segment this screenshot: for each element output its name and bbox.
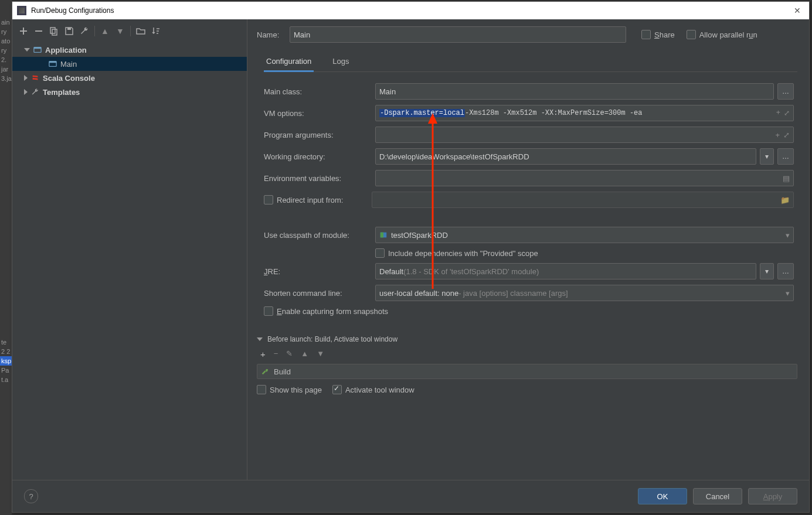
- classpath-label: Use classpath of module:: [264, 231, 375, 240]
- application-icon: [49, 60, 57, 68]
- expand-icon[interactable]: ⤢: [783, 131, 790, 139]
- redirect-input-field: 📁: [372, 192, 794, 208]
- dropdown-button[interactable]: ▾: [760, 148, 774, 165]
- show-this-page-checkbox[interactable]: Show this page: [257, 385, 322, 394]
- add-icon[interactable]: +: [776, 109, 780, 117]
- main-class-label: Main class:: [264, 87, 375, 96]
- svg-rect-11: [380, 233, 383, 238]
- browse-button[interactable]: …: [777, 148, 794, 165]
- tree-label: Templates: [43, 88, 80, 97]
- expand-icon[interactable]: ⤢: [784, 109, 790, 118]
- chevron-right-icon: [24, 75, 28, 81]
- build-label: Build: [274, 367, 291, 376]
- chevron-down-icon: [24, 48, 30, 52]
- before-launch-section: Before launch: Build, Activate tool wind…: [257, 335, 797, 398]
- svg-rect-2: [35, 30, 42, 32]
- remove-icon: −: [274, 349, 278, 359]
- program-args-input[interactable]: +⤢: [375, 127, 794, 143]
- tree-node-application[interactable]: Application: [12, 43, 247, 57]
- wrench-icon: [31, 88, 39, 96]
- tree-label: Application: [45, 46, 87, 54]
- enable-capture-checkbox[interactable]: Enable capturing form snapshots: [264, 306, 388, 316]
- dialog-footer: ? OK Cancel Apply: [12, 480, 809, 512]
- app-icon: [17, 6, 26, 15]
- list-icon[interactable]: ▤: [783, 174, 790, 183]
- tabs: Configuration Logs: [264, 53, 797, 72]
- copy-icon[interactable]: [49, 26, 59, 36]
- cancel-button[interactable]: Cancel: [693, 488, 742, 504]
- working-dir-label: Working directory:: [264, 152, 375, 161]
- tree-label: Main: [60, 60, 77, 69]
- before-launch-item-build[interactable]: Build: [257, 364, 797, 379]
- chevron-down-icon[interactable]: [257, 337, 263, 341]
- shorten-select[interactable]: user-local default: none - java [options…: [375, 285, 794, 301]
- move-down-icon: ▼: [317, 349, 324, 359]
- env-vars-label: Environment variables:: [264, 174, 375, 183]
- svg-rect-4: [52, 29, 57, 35]
- right-panel: Name: Main Share Allow parallel run Conf…: [247, 19, 809, 480]
- tree-toolbar: ▲ ▼: [12, 19, 247, 43]
- jre-label: JRE:: [264, 267, 375, 276]
- shorten-label: Shorten command line:: [264, 289, 375, 298]
- move-down-icon[interactable]: ▼: [115, 26, 125, 36]
- activate-tool-window-checkbox[interactable]: Activate tool window: [332, 385, 415, 394]
- svg-rect-3: [50, 28, 55, 33]
- ok-button[interactable]: OK: [638, 488, 687, 504]
- program-args-label: Program arguments:: [264, 131, 375, 139]
- svg-rect-9: [49, 62, 56, 63]
- scala-icon: [31, 74, 39, 82]
- tree-node-main[interactable]: Main: [12, 57, 247, 71]
- apply-button[interactable]: Apply: [748, 488, 797, 504]
- include-provided-checkbox[interactable]: Include dependencies with "Provided" sco…: [375, 248, 538, 258]
- tab-logs[interactable]: Logs: [330, 53, 351, 71]
- window-title: Run/Debug Configurations: [31, 6, 790, 15]
- module-icon: [379, 231, 388, 239]
- edit-icon: ✎: [286, 349, 293, 359]
- tree-node-templates[interactable]: Templates: [12, 85, 247, 99]
- sort-icon[interactable]: [151, 26, 161, 36]
- jre-select[interactable]: Default (1.8 - SDK of 'testOfSparkRDD' m…: [375, 263, 756, 279]
- vm-options-label: VM options:: [264, 109, 375, 118]
- name-label: Name:: [257, 30, 290, 39]
- main-class-input[interactable]: Main: [375, 83, 774, 100]
- add-icon[interactable]: [18, 26, 29, 36]
- application-icon: [33, 46, 42, 54]
- move-up-icon[interactable]: ▲: [100, 26, 110, 36]
- folder-icon[interactable]: [135, 26, 146, 36]
- background-editor-strip: ainryato ry2.jar 3.ja te2 2 ksp Pat.a: [0, 0, 12, 515]
- add-icon[interactable]: +: [260, 349, 266, 359]
- save-icon[interactable]: [64, 26, 74, 36]
- close-icon[interactable]: ✕: [790, 6, 804, 15]
- run-debug-config-dialog: Run/Debug Configurations ✕ ▲ ▼: [12, 1, 810, 513]
- move-up-icon: ▲: [301, 349, 308, 359]
- dropdown-button[interactable]: ▾: [760, 263, 774, 279]
- remove-icon[interactable]: [33, 26, 44, 36]
- before-launch-header: Before launch: Build, Activate tool wind…: [267, 335, 397, 343]
- tab-configuration[interactable]: Configuration: [264, 53, 314, 71]
- chevron-right-icon: [24, 89, 28, 95]
- share-checkbox[interactable]: Share: [641, 30, 675, 39]
- svg-rect-7: [34, 47, 41, 49]
- help-button[interactable]: ?: [24, 489, 38, 503]
- browse-button[interactable]: …: [777, 83, 794, 100]
- folder-icon[interactable]: 📁: [780, 196, 790, 204]
- configuration-form: Main class: Main … VM options: -Dspark.m…: [257, 78, 797, 321]
- redirect-input-checkbox[interactable]: Redirect input from:: [264, 195, 372, 204]
- name-input[interactable]: Main: [290, 26, 626, 43]
- config-tree[interactable]: Application Main Scala Console Templates: [12, 43, 247, 480]
- env-vars-input[interactable]: ▤: [375, 170, 794, 186]
- left-panel: ▲ ▼ Application Main: [12, 19, 247, 480]
- classpath-select[interactable]: testOfSparkRDD ▾: [375, 227, 794, 243]
- tree-label: Scala Console: [43, 74, 95, 83]
- working-dir-input[interactable]: D:\develop\ideaWorkspace\testOfSparkRDD: [375, 148, 756, 165]
- browse-button[interactable]: …: [777, 263, 794, 279]
- vm-options-input[interactable]: -Dspark.master=local -Xms128m -Xmx512m -…: [375, 105, 794, 121]
- title-bar[interactable]: Run/Debug Configurations ✕: [12, 2, 809, 19]
- svg-rect-1: [20, 30, 27, 32]
- svg-rect-5: [67, 28, 71, 30]
- add-icon[interactable]: +: [775, 131, 780, 139]
- tree-node-scala-console[interactable]: Scala Console: [12, 71, 247, 85]
- hammer-icon: [261, 367, 269, 376]
- wrench-icon[interactable]: [79, 26, 90, 36]
- allow-parallel-checkbox[interactable]: Allow parallel run: [687, 30, 757, 39]
